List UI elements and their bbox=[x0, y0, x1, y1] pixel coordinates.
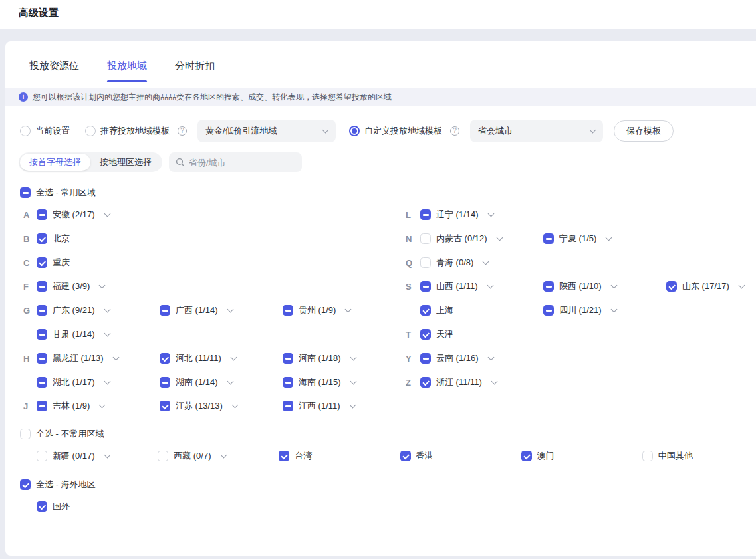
toggle-by-initial[interactable]: 按首字母选择 bbox=[20, 154, 90, 171]
chevron-down-icon[interactable] bbox=[350, 354, 356, 361]
region-item[interactable]: 贵州 (1/9) bbox=[283, 304, 406, 316]
chevron-down-icon[interactable] bbox=[483, 259, 489, 265]
region-item[interactable]: 中国其他 bbox=[642, 450, 756, 462]
region-item[interactable]: 河北 (11/11) bbox=[160, 352, 283, 364]
chevron-down-icon[interactable] bbox=[610, 306, 617, 313]
region-item[interactable]: 浙江 (11/11) bbox=[420, 376, 543, 388]
chevron-down-icon[interactable] bbox=[487, 211, 494, 217]
radio-current-settings[interactable]: 当前设置 bbox=[20, 125, 70, 137]
region-checkbox[interactable] bbox=[642, 451, 653, 461]
region-item[interactable]: 广西 (1/14) bbox=[160, 304, 283, 316]
region-item[interactable]: 陕西 (1/10) bbox=[543, 280, 666, 292]
chevron-down-icon[interactable] bbox=[230, 354, 237, 361]
region-checkbox[interactable] bbox=[420, 281, 431, 292]
chevron-down-icon[interactable] bbox=[104, 306, 110, 313]
toggle-by-geo-region[interactable]: 按地理区选择 bbox=[90, 154, 161, 171]
chevron-down-icon[interactable] bbox=[227, 378, 233, 385]
tab-placement-resources[interactable]: 投放资源位 bbox=[29, 51, 79, 82]
radio-recommended-template[interactable]: 推荐投放地域模板 bbox=[85, 125, 187, 137]
chevron-down-icon[interactable] bbox=[496, 235, 503, 241]
region-item[interactable]: 辽宁 (1/14) bbox=[420, 209, 543, 221]
radio-icon[interactable] bbox=[20, 126, 31, 136]
save-template-button[interactable]: 保存模板 bbox=[614, 120, 674, 142]
region-item[interactable]: 上海 bbox=[420, 304, 543, 316]
region-checkbox[interactable] bbox=[283, 377, 293, 388]
region-checkbox[interactable] bbox=[37, 353, 47, 364]
region-item[interactable]: 河南 (1/18) bbox=[283, 352, 406, 364]
search-box[interactable] bbox=[169, 152, 302, 172]
region-checkbox[interactable] bbox=[160, 401, 170, 411]
region-item[interactable]: 湖北 (1/17) bbox=[37, 376, 160, 388]
chevron-down-icon[interactable] bbox=[104, 378, 110, 385]
region-checkbox[interactable] bbox=[160, 353, 170, 364]
chevron-down-icon[interactable] bbox=[350, 378, 356, 385]
region-checkbox[interactable] bbox=[37, 233, 47, 244]
region-checkbox[interactable] bbox=[37, 451, 47, 461]
region-item[interactable]: 新疆 (0/17) bbox=[37, 450, 158, 462]
region-checkbox[interactable] bbox=[283, 305, 293, 316]
region-item[interactable]: 天津 bbox=[420, 328, 543, 340]
region-checkbox[interactable] bbox=[37, 401, 47, 411]
chevron-down-icon[interactable] bbox=[112, 354, 119, 361]
region-item[interactable]: 湖南 (1/14) bbox=[160, 376, 283, 388]
recommended-template-select[interactable]: 黄金/低价引流地域 bbox=[197, 120, 336, 142]
region-checkbox[interactable] bbox=[420, 305, 431, 316]
region-checkbox[interactable] bbox=[283, 353, 293, 364]
region-checkbox[interactable] bbox=[37, 329, 47, 340]
chevron-down-icon[interactable] bbox=[487, 282, 493, 289]
region-checkbox[interactable] bbox=[283, 401, 293, 411]
region-checkbox[interactable] bbox=[420, 377, 431, 388]
region-checkbox[interactable] bbox=[666, 281, 677, 292]
region-checkbox[interactable] bbox=[420, 257, 431, 268]
region-item[interactable]: 国外 bbox=[37, 501, 162, 512]
region-checkbox[interactable] bbox=[420, 329, 431, 340]
chevron-down-icon[interactable] bbox=[349, 402, 356, 409]
region-item[interactable]: 江西 (1/11) bbox=[283, 400, 406, 412]
select-all-common-checkbox[interactable] bbox=[20, 187, 31, 198]
region-item[interactable]: 西藏 (0/7) bbox=[158, 450, 279, 462]
region-item[interactable]: 广东 (9/21) bbox=[37, 304, 160, 316]
region-item[interactable]: 江苏 (13/13) bbox=[160, 400, 283, 412]
select-all-overseas-checkbox[interactable] bbox=[20, 479, 31, 490]
region-item[interactable]: 山东 (17/17) bbox=[666, 280, 756, 292]
region-item[interactable]: 澳门 bbox=[521, 450, 642, 462]
region-checkbox[interactable] bbox=[420, 209, 431, 220]
region-checkbox[interactable] bbox=[37, 281, 47, 292]
chevron-down-icon[interactable] bbox=[104, 452, 110, 459]
search-input[interactable] bbox=[189, 158, 295, 168]
radio-selected-icon[interactable] bbox=[349, 126, 360, 136]
region-checkbox[interactable] bbox=[400, 451, 411, 461]
chevron-down-icon[interactable] bbox=[345, 306, 352, 313]
help-icon[interactable] bbox=[178, 126, 187, 136]
region-checkbox[interactable] bbox=[420, 353, 431, 364]
chevron-down-icon[interactable] bbox=[491, 378, 497, 385]
region-item[interactable]: 四川 (1/21) bbox=[543, 304, 666, 316]
region-item[interactable]: 台湾 bbox=[279, 450, 400, 462]
region-checkbox[interactable] bbox=[37, 377, 47, 388]
region-checkbox[interactable] bbox=[543, 233, 554, 244]
region-item[interactable]: 宁夏 (1/5) bbox=[543, 233, 666, 245]
region-item[interactable]: 云南 (1/16) bbox=[420, 352, 543, 364]
region-item[interactable]: 香港 bbox=[400, 450, 521, 462]
region-checkbox[interactable] bbox=[37, 305, 47, 316]
chevron-down-icon[interactable] bbox=[104, 330, 110, 337]
region-item[interactable]: 吉林 (1/9) bbox=[37, 400, 160, 412]
region-checkbox[interactable] bbox=[160, 305, 170, 316]
tab-time-discount[interactable]: 分时折扣 bbox=[175, 51, 215, 82]
region-checkbox[interactable] bbox=[279, 451, 289, 461]
chevron-down-icon[interactable] bbox=[738, 282, 745, 289]
region-item[interactable]: 甘肃 (1/14) bbox=[37, 328, 160, 340]
region-item[interactable]: 重庆 bbox=[37, 257, 160, 269]
chevron-down-icon[interactable] bbox=[231, 402, 238, 409]
chevron-down-icon[interactable] bbox=[227, 306, 233, 313]
region-checkbox[interactable] bbox=[543, 281, 554, 292]
tab-placement-region[interactable]: 投放地域 bbox=[107, 51, 147, 82]
region-checkbox[interactable] bbox=[420, 233, 431, 244]
region-item[interactable]: 青海 (0/8) bbox=[420, 257, 543, 269]
region-item[interactable]: 内蒙古 (0/12) bbox=[420, 233, 543, 245]
custom-template-select[interactable]: 省会城市 bbox=[470, 120, 603, 142]
region-item[interactable]: 山西 (1/11) bbox=[420, 280, 543, 292]
chevron-down-icon[interactable] bbox=[487, 354, 494, 361]
region-checkbox[interactable] bbox=[37, 209, 47, 220]
chevron-down-icon[interactable] bbox=[610, 282, 617, 289]
